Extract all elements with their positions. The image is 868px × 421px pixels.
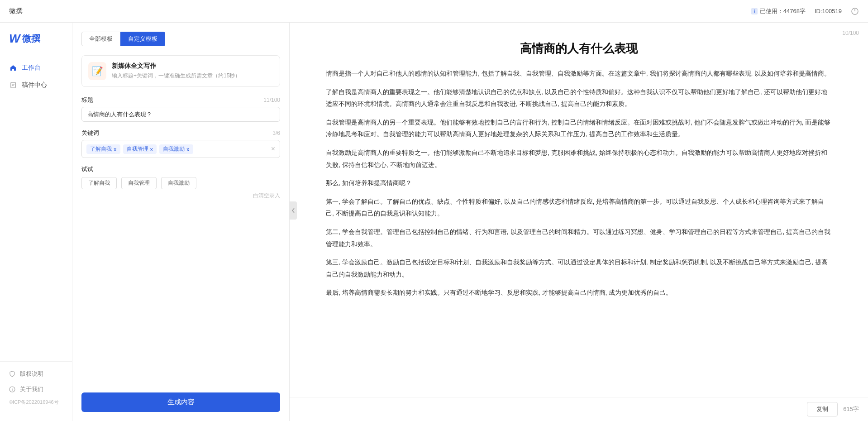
tab-custom[interactable]: 自定义模板 — [120, 32, 165, 46]
logo-name: 微撰 — [22, 33, 40, 45]
icp-text: ©ICP备2022016946号 — [0, 397, 72, 407]
sidebar-item-workbench[interactable]: 工作台 — [0, 59, 72, 77]
para-7: 第二, 学会自我管理。管理自己包括控制自己的情绪、行为和言语, 以及管理自己的时… — [326, 226, 832, 250]
header: 微撰 i 已使用：44768字 ID:100519 — [0, 0, 868, 23]
sidebar-item-drafts[interactable]: 稿件中心 — [0, 77, 72, 94]
used-info: i 已使用：44768字 — [751, 7, 806, 15]
keywords-count: 3/6 — [272, 130, 280, 136]
template-desc: 输入标题+关键词，一键准确生成所需文章（约15秒） — [112, 72, 240, 80]
keywords-box[interactable]: 了解自我 x 自我管理 x 自我激励 x × — [81, 140, 280, 158]
sidebar-item-about[interactable]: 关于我们 — [0, 382, 72, 397]
para-9: 最后, 培养高情商需要长期的努力和实践。只有通过不断地学习、反思和实践, 才能够… — [326, 287, 832, 299]
clear-btn[interactable]: 白清空录入 — [81, 192, 280, 200]
keyword-remove-1[interactable]: x — [114, 146, 117, 153]
keyword-text-1: 了解自我 — [90, 145, 112, 153]
keywords-label: 关键词 — [81, 129, 99, 137]
suggestions-label: 试试 — [81, 165, 280, 173]
file-icon — [9, 81, 17, 89]
suggestion-chip-3[interactable]: 自我激励 — [161, 177, 196, 189]
template-info: 新媒体全文写作 输入标题+关键词，一键准确生成所需文章（约15秒） — [112, 62, 240, 80]
keywords-label-row: 关键词 3/6 — [81, 129, 280, 137]
header-left: 微撰 — [9, 7, 23, 15]
content-body: 情商是指一个人对自己和他人的感情的认知和管理能力, 包括了解自我、自我管理、自我… — [326, 67, 832, 299]
sidebar-label-workbench: 工作台 — [22, 64, 41, 72]
suggestions-row: 了解自我 自我管理 自我激励 — [81, 177, 280, 189]
copy-button[interactable]: 复制 — [807, 402, 838, 416]
para-6: 第一, 学会了解自己。了解自己的优点、缺点、个性特质和偏好, 以及自己的情感状态… — [326, 196, 832, 220]
para-1: 情商是指一个人对自己和他人的感情的认知和管理能力, 包括了解自我、自我管理、自我… — [326, 67, 832, 80]
about-label: 关于我们 — [20, 385, 43, 393]
suggestion-chip-2[interactable]: 自我管理 — [121, 177, 157, 189]
title-label: 标题 — [81, 96, 93, 104]
power-icon[interactable] — [851, 7, 859, 15]
copyright-label: 版权说明 — [20, 370, 43, 378]
keyword-remove-3[interactable]: x — [186, 146, 190, 153]
template-name: 新媒体全文写作 — [112, 62, 240, 70]
info-icon: i — [751, 8, 758, 15]
keyword-remove-2[interactable]: x — [150, 146, 153, 153]
sidebar-bottom: 版权说明 关于我们 ©ICP备2022016946号 — [0, 361, 72, 412]
keyword-tag-1: 了解自我 x — [86, 144, 120, 154]
template-card[interactable]: 📝 新媒体全文写作 输入标题+关键词，一键准确生成所需文章（约15秒） — [81, 55, 280, 87]
center-panel: 全部模板 自定义模板 📝 新媒体全文写作 输入标题+关键词，一键准确生成所需文章… — [72, 23, 290, 421]
shield-icon — [9, 371, 15, 377]
keywords-section: 关键词 3/6 了解自我 x 自我管理 x 自我激励 x × — [81, 129, 280, 158]
id-label: ID:100519 — [815, 8, 842, 14]
svg-text:i: i — [754, 9, 755, 14]
sidebar-label-drafts: 稿件中心 — [22, 81, 47, 89]
header-title: 微撰 — [9, 7, 23, 15]
sidebar-nav: 工作台 稿件中心 — [0, 59, 72, 361]
title-label-row: 标题 11/100 — [81, 96, 280, 104]
svg-point-9 — [12, 388, 13, 389]
tab-all[interactable]: 全部模板 — [81, 32, 120, 46]
title-count: 11/100 — [263, 97, 280, 103]
content-panel: 10/100 高情商的人有什么表现 情商是指一个人对自己和他人的感情的认知和管理… — [290, 23, 868, 421]
title-input[interactable] — [81, 107, 280, 122]
about-icon — [9, 386, 15, 392]
para-4: 自我激励是高情商人的重要特质之一。他们能够激励自己不断地追求目标和梦想, 克服困… — [326, 147, 832, 171]
logo-w: W — [9, 32, 20, 46]
para-5: 那么, 如何培养和提高情商呢？ — [326, 177, 832, 189]
para-8: 第三, 学会激励自己。激励自己包括设定目标和计划、自我激励和自我奖励等方式。可以… — [326, 256, 832, 280]
suggestions-section: 试试 了解自我 自我管理 自我激励 白清空录入 — [81, 165, 280, 200]
title-section: 标题 11/100 — [81, 96, 280, 122]
template-icon: 📝 — [88, 62, 106, 80]
content-scroll: 10/100 高情商的人有什么表现 情商是指一个人对自己和他人的感情的认知和管理… — [290, 23, 868, 397]
sidebar: W 微撰 工作台 稿件中心 版权说明 — [0, 23, 72, 421]
svg-rect-4 — [11, 82, 15, 88]
suggestion-chip-1[interactable]: 了解自我 — [81, 177, 117, 189]
sidebar-item-copyright[interactable]: 版权说明 — [0, 366, 72, 382]
para-3: 自我管理是高情商人的另一个重要表现。他们能够有效地控制自己的言行和行为, 控制自… — [326, 116, 832, 140]
header-right: i 已使用：44768字 ID:100519 — [751, 7, 859, 15]
content-counter: 10/100 — [842, 30, 859, 36]
word-count: 615字 — [843, 405, 859, 413]
content-footer: 复制 615字 — [290, 397, 868, 421]
collapse-arrow[interactable] — [290, 201, 297, 220]
keyword-text-2: 自我管理 — [127, 145, 148, 153]
used-label: 已使用：44768字 — [760, 7, 806, 15]
content-title: 高情商的人有什么表现 — [326, 41, 832, 57]
logo: W 微撰 — [0, 32, 72, 59]
para-2: 了解自我是高情商人的重要表现之一。他们能够清楚地认识自己的优点和缺点, 以及自己… — [326, 86, 832, 110]
keyword-text-3: 自我激励 — [163, 145, 185, 153]
tab-bar: 全部模板 自定义模板 — [81, 32, 280, 46]
generate-button[interactable]: 生成内容 — [81, 392, 280, 412]
home-icon — [9, 64, 17, 72]
keyword-tag-2: 自我管理 x — [123, 144, 157, 154]
keywords-clear-icon[interactable]: × — [271, 145, 275, 153]
keyword-tag-3: 自我激励 x — [159, 144, 193, 154]
